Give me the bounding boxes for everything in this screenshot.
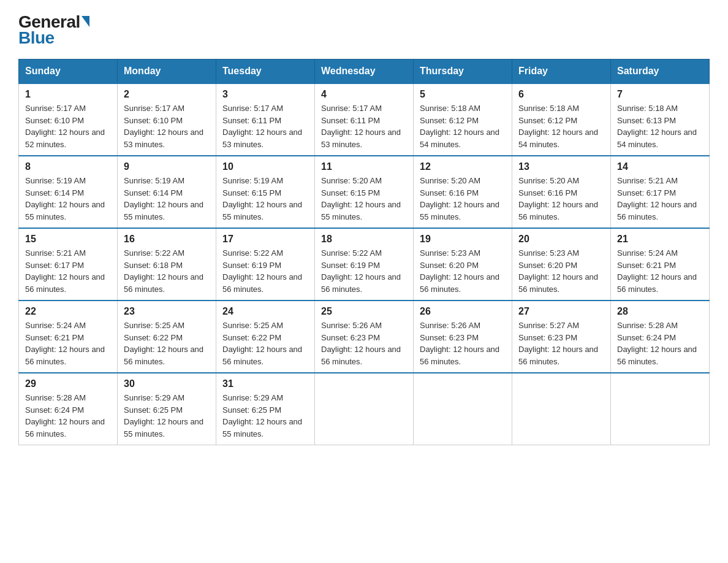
calendar-day-31: 31 Sunrise: 5:29 AMSunset: 6:25 PMDaylig…: [216, 373, 315, 445]
calendar-day-10: 10 Sunrise: 5:19 AMSunset: 6:15 PMDaylig…: [216, 156, 315, 228]
day-number: 14: [617, 161, 703, 172]
day-info: Sunrise: 5:27 AMSunset: 6:23 PMDaylight:…: [518, 321, 598, 366]
calendar-day-14: 14 Sunrise: 5:21 AMSunset: 6:17 PMDaylig…: [611, 156, 710, 228]
day-info: Sunrise: 5:18 AMSunset: 6:12 PMDaylight:…: [518, 104, 598, 149]
calendar-day-6: 6 Sunrise: 5:18 AMSunset: 6:12 PMDayligh…: [512, 83, 611, 156]
calendar-day-18: 18 Sunrise: 5:22 AMSunset: 6:19 PMDaylig…: [315, 228, 414, 301]
day-number: 7: [617, 89, 703, 100]
day-number: 29: [25, 378, 111, 389]
calendar-day-13: 13 Sunrise: 5:20 AMSunset: 6:16 PMDaylig…: [512, 156, 611, 228]
day-number: 31: [222, 378, 308, 389]
day-info: Sunrise: 5:18 AMSunset: 6:12 PMDaylight:…: [420, 104, 499, 149]
calendar-day-12: 12 Sunrise: 5:20 AMSunset: 6:16 PMDaylig…: [414, 156, 512, 228]
day-header-tuesday: Tuesday: [216, 59, 315, 84]
calendar-table: SundayMondayTuesdayWednesdayThursdayFrid…: [18, 59, 710, 445]
day-info: Sunrise: 5:25 AMSunset: 6:22 PMDaylight:…: [222, 321, 302, 366]
day-info: Sunrise: 5:21 AMSunset: 6:17 PMDaylight:…: [25, 248, 105, 294]
day-header-friday: Friday: [512, 59, 611, 84]
day-number: 8: [25, 161, 111, 172]
calendar-day-8: 8 Sunrise: 5:19 AMSunset: 6:14 PMDayligh…: [19, 156, 118, 228]
calendar-day-11: 11 Sunrise: 5:20 AMSunset: 6:15 PMDaylig…: [315, 156, 414, 228]
day-number: 18: [321, 234, 407, 245]
logo: General Blue: [18, 12, 89, 48]
calendar-day-23: 23 Sunrise: 5:25 AMSunset: 6:22 PMDaylig…: [118, 301, 216, 373]
day-header-sunday: Sunday: [19, 59, 118, 84]
day-number: 9: [124, 161, 210, 172]
day-info: Sunrise: 5:23 AMSunset: 6:20 PMDaylight:…: [518, 248, 598, 294]
day-info: Sunrise: 5:25 AMSunset: 6:22 PMDaylight:…: [124, 321, 203, 366]
day-info: Sunrise: 5:26 AMSunset: 6:23 PMDaylight:…: [321, 321, 401, 366]
day-number: 12: [420, 161, 506, 172]
day-info: Sunrise: 5:19 AMSunset: 6:15 PMDaylight:…: [222, 176, 302, 221]
calendar-week-1: 1 Sunrise: 5:17 AMSunset: 6:10 PMDayligh…: [19, 83, 710, 156]
calendar-day-20: 20 Sunrise: 5:23 AMSunset: 6:20 PMDaylig…: [512, 228, 611, 301]
calendar-day-28: 28 Sunrise: 5:28 AMSunset: 6:24 PMDaylig…: [611, 301, 710, 373]
day-number: 19: [420, 234, 506, 245]
day-header-thursday: Thursday: [414, 59, 512, 84]
calendar-week-2: 8 Sunrise: 5:19 AMSunset: 6:14 PMDayligh…: [19, 156, 710, 228]
day-info: Sunrise: 5:28 AMSunset: 6:24 PMDaylight:…: [25, 393, 105, 439]
empty-day: [315, 373, 414, 445]
day-info: Sunrise: 5:19 AMSunset: 6:14 PMDaylight:…: [25, 176, 105, 221]
day-number: 17: [222, 234, 308, 245]
day-number: 28: [617, 306, 703, 317]
calendar-day-24: 24 Sunrise: 5:25 AMSunset: 6:22 PMDaylig…: [216, 301, 315, 373]
calendar-day-17: 17 Sunrise: 5:22 AMSunset: 6:19 PMDaylig…: [216, 228, 315, 301]
calendar-day-1: 1 Sunrise: 5:17 AMSunset: 6:10 PMDayligh…: [19, 83, 118, 156]
day-info: Sunrise: 5:29 AMSunset: 6:25 PMDaylight:…: [124, 393, 203, 439]
calendar-day-5: 5 Sunrise: 5:18 AMSunset: 6:12 PMDayligh…: [414, 83, 512, 156]
day-header-monday: Monday: [118, 59, 216, 84]
day-number: 16: [124, 234, 210, 245]
day-number: 10: [222, 161, 308, 172]
day-header-saturday: Saturday: [611, 59, 710, 84]
day-number: 5: [420, 89, 506, 100]
day-number: 22: [25, 306, 111, 317]
day-info: Sunrise: 5:23 AMSunset: 6:20 PMDaylight:…: [420, 248, 499, 294]
day-info: Sunrise: 5:18 AMSunset: 6:13 PMDaylight:…: [617, 104, 697, 149]
day-info: Sunrise: 5:24 AMSunset: 6:21 PMDaylight:…: [25, 321, 105, 366]
day-info: Sunrise: 5:19 AMSunset: 6:14 PMDaylight:…: [124, 176, 203, 221]
calendar-day-9: 9 Sunrise: 5:19 AMSunset: 6:14 PMDayligh…: [118, 156, 216, 228]
calendar-header-row: SundayMondayTuesdayWednesdayThursdayFrid…: [19, 59, 710, 84]
logo-blue: Blue: [18, 28, 55, 48]
calendar-day-3: 3 Sunrise: 5:17 AMSunset: 6:11 PMDayligh…: [216, 83, 315, 156]
day-number: 4: [321, 89, 407, 100]
day-number: 13: [518, 161, 604, 172]
calendar-day-2: 2 Sunrise: 5:17 AMSunset: 6:10 PMDayligh…: [118, 83, 216, 156]
empty-day: [512, 373, 611, 445]
day-header-wednesday: Wednesday: [315, 59, 414, 84]
day-info: Sunrise: 5:28 AMSunset: 6:24 PMDaylight:…: [617, 321, 697, 366]
day-number: 25: [321, 306, 407, 317]
day-number: 20: [518, 234, 604, 245]
day-number: 6: [518, 89, 604, 100]
calendar-day-30: 30 Sunrise: 5:29 AMSunset: 6:25 PMDaylig…: [118, 373, 216, 445]
day-number: 26: [420, 306, 506, 317]
day-number: 24: [222, 306, 308, 317]
page-header: General Blue: [18, 12, 710, 48]
day-info: Sunrise: 5:17 AMSunset: 6:11 PMDaylight:…: [321, 104, 401, 149]
logo-arrow-icon: [82, 16, 89, 27]
calendar-day-15: 15 Sunrise: 5:21 AMSunset: 6:17 PMDaylig…: [19, 228, 118, 301]
day-info: Sunrise: 5:17 AMSunset: 6:10 PMDaylight:…: [25, 104, 105, 149]
day-number: 15: [25, 234, 111, 245]
day-number: 11: [321, 161, 407, 172]
day-number: 27: [518, 306, 604, 317]
calendar-week-5: 29 Sunrise: 5:28 AMSunset: 6:24 PMDaylig…: [19, 373, 710, 445]
calendar-week-3: 15 Sunrise: 5:21 AMSunset: 6:17 PMDaylig…: [19, 228, 710, 301]
empty-day: [414, 373, 512, 445]
calendar-day-16: 16 Sunrise: 5:22 AMSunset: 6:18 PMDaylig…: [118, 228, 216, 301]
day-info: Sunrise: 5:22 AMSunset: 6:19 PMDaylight:…: [321, 248, 401, 294]
calendar-day-26: 26 Sunrise: 5:26 AMSunset: 6:23 PMDaylig…: [414, 301, 512, 373]
day-number: 1: [25, 89, 111, 100]
day-info: Sunrise: 5:22 AMSunset: 6:18 PMDaylight:…: [124, 248, 203, 294]
day-number: 2: [124, 89, 210, 100]
calendar-day-22: 22 Sunrise: 5:24 AMSunset: 6:21 PMDaylig…: [19, 301, 118, 373]
day-info: Sunrise: 5:29 AMSunset: 6:25 PMDaylight:…: [222, 393, 302, 439]
day-info: Sunrise: 5:20 AMSunset: 6:16 PMDaylight:…: [518, 176, 598, 221]
day-info: Sunrise: 5:21 AMSunset: 6:17 PMDaylight:…: [617, 176, 697, 221]
day-info: Sunrise: 5:26 AMSunset: 6:23 PMDaylight:…: [420, 321, 499, 366]
day-info: Sunrise: 5:22 AMSunset: 6:19 PMDaylight:…: [222, 248, 302, 294]
calendar-day-7: 7 Sunrise: 5:18 AMSunset: 6:13 PMDayligh…: [611, 83, 710, 156]
calendar-day-29: 29 Sunrise: 5:28 AMSunset: 6:24 PMDaylig…: [19, 373, 118, 445]
calendar-week-4: 22 Sunrise: 5:24 AMSunset: 6:21 PMDaylig…: [19, 301, 710, 373]
